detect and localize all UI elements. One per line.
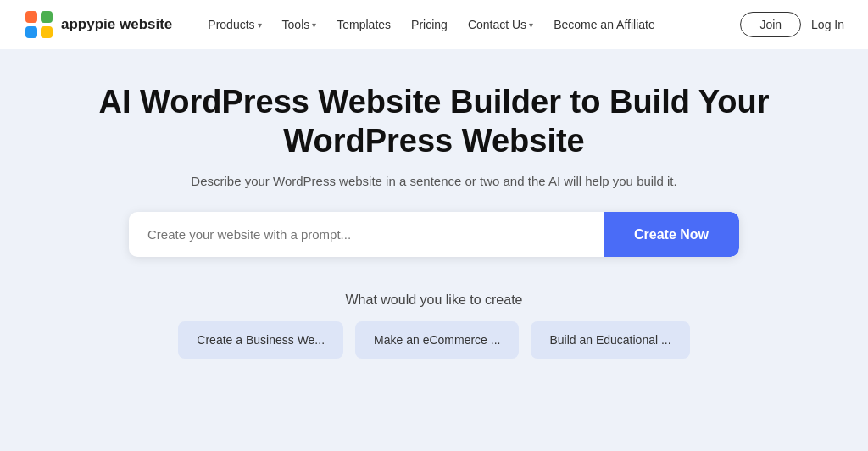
nav-item-products[interactable]: Products ▾ bbox=[199, 13, 270, 36]
create-ecommerce-button[interactable]: Make an eCommerce ... bbox=[355, 321, 519, 359]
prompt-bar: Create Now bbox=[129, 212, 739, 257]
create-options: Create a Business We... Make an eCommerc… bbox=[178, 321, 689, 359]
nav-links: Products ▾ Tools ▾ Templates Pricing Con… bbox=[199, 13, 740, 36]
nav-item-pricing[interactable]: Pricing bbox=[403, 13, 456, 36]
hero-subtitle: Describe your WordPress website in a sen… bbox=[191, 174, 676, 188]
join-button[interactable]: Join bbox=[740, 12, 801, 37]
chevron-down-icon: ▾ bbox=[312, 20, 316, 30]
create-section: What would you like to create Create a B… bbox=[178, 292, 689, 359]
svg-rect-3 bbox=[41, 26, 53, 38]
navbar: appypie website Products ▾ Tools ▾ Templ… bbox=[0, 0, 868, 49]
nav-item-tools[interactable]: Tools ▾ bbox=[274, 13, 326, 36]
create-now-button[interactable]: Create Now bbox=[604, 212, 739, 257]
chevron-down-icon: ▾ bbox=[529, 20, 533, 30]
create-educational-button[interactable]: Build an Educational ... bbox=[531, 321, 689, 359]
create-section-title: What would you like to create bbox=[346, 292, 523, 308]
chevron-down-icon: ▾ bbox=[258, 20, 262, 30]
nav-right: Join Log In bbox=[740, 12, 844, 37]
nav-item-templates[interactable]: Templates bbox=[328, 13, 399, 36]
nav-item-affiliate[interactable]: Become an Affiliate bbox=[545, 13, 664, 36]
prompt-input[interactable] bbox=[129, 212, 604, 257]
svg-rect-2 bbox=[25, 26, 37, 38]
logo-text: appypie website bbox=[61, 16, 172, 33]
svg-rect-0 bbox=[25, 11, 37, 23]
logo[interactable]: appypie website bbox=[24, 9, 172, 40]
login-button[interactable]: Log In bbox=[811, 18, 844, 31]
hero-title: AI WordPress Website Builder to Build Yo… bbox=[53, 83, 815, 160]
svg-rect-1 bbox=[41, 11, 53, 23]
hero-section: AI WordPress Website Builder to Build Yo… bbox=[0, 49, 868, 384]
logo-icon bbox=[24, 9, 54, 40]
create-business-button[interactable]: Create a Business We... bbox=[178, 321, 343, 359]
nav-item-contact[interactable]: Contact Us ▾ bbox=[459, 13, 542, 36]
